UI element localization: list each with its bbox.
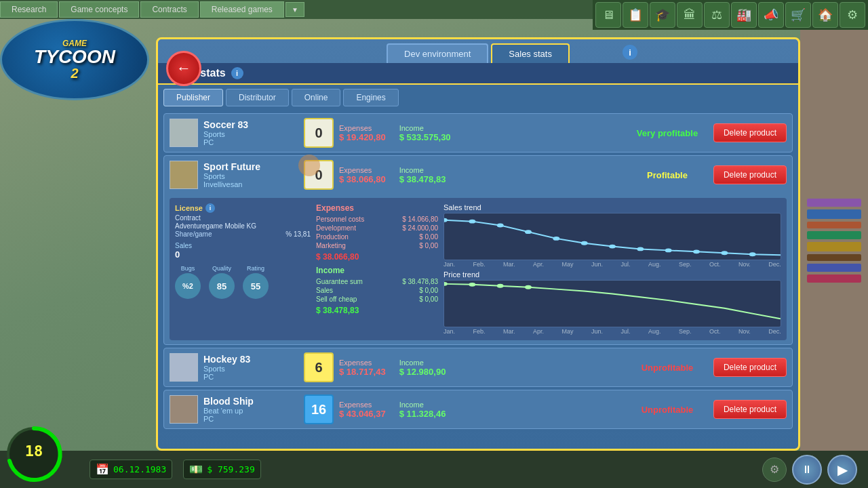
product-name-sportfuture: Sport Future xyxy=(203,161,298,172)
scale-icon[interactable]: ⚖ xyxy=(704,2,730,28)
product-finances-soccer83: Expenses $ 19.420,80 Income $ 533.575,30 xyxy=(339,124,621,142)
logo-area: GAME TYCOON 2 xyxy=(0,19,156,107)
pause-button[interactable]: ⏸ xyxy=(792,455,822,485)
progress-arc: 18 xyxy=(3,424,64,485)
monitor-icon[interactable]: 🖥 xyxy=(595,2,621,28)
bottom-controls: ⚙ ⏸ ▶ xyxy=(762,455,857,485)
sub-tabs: Publisher Distributor Online Engines xyxy=(158,85,798,110)
expenses-value-bloodship: $ 43.046,37 xyxy=(339,409,386,419)
detail-stats: Bugs % 2 Quality 85 Rating 55 xyxy=(175,265,311,300)
sales-label: Sales xyxy=(175,242,311,249)
quality-stat: Quality 85 xyxy=(209,265,235,300)
product-row-soccer83: Soccer 83 Sports PC 0 Expenses $ 19.420,… xyxy=(163,113,793,152)
document-icon[interactable]: 📋 xyxy=(623,2,648,28)
expenses-value-soccer83: $ 19.420,80 xyxy=(339,132,386,142)
date-display: 06.12.1983 xyxy=(113,464,166,474)
product-finances-sportfuture: Expenses $ 38.066,80 Income $ 38.478,83 xyxy=(339,166,621,184)
tab-sales-stats[interactable]: Sales stats xyxy=(491,43,570,63)
graduation-icon[interactable]: 🎓 xyxy=(650,2,675,28)
svg-point-2 xyxy=(497,224,504,228)
expenses-value-hockey83: $ 18.717,43 xyxy=(339,367,386,377)
sub-tab-online[interactable]: Online xyxy=(292,89,341,106)
back-button[interactable]: ← xyxy=(166,51,201,86)
product-genre-soccer83: Sports xyxy=(203,130,298,138)
logo-circle: GAME TYCOON 2 xyxy=(0,19,149,100)
product-platform-sportfuture: Invellivesan xyxy=(203,180,298,188)
delete-button-soccer83[interactable]: Delete product xyxy=(713,123,787,142)
sub-tab-distributor[interactable]: Distributor xyxy=(226,89,289,106)
sales-trend-title: Sales trend xyxy=(443,203,781,211)
gear-button[interactable]: ⚙ xyxy=(762,458,787,482)
svg-point-14 xyxy=(497,284,504,288)
product-thumb-sportfuture xyxy=(170,161,198,189)
product-name-hockey83: Hockey 83 xyxy=(203,354,298,365)
system-settings-icon[interactable]: ⚙ xyxy=(840,2,865,28)
product-thumb-hockey83 xyxy=(170,353,198,382)
logo-text: GAME TYCOON 2 xyxy=(34,39,115,80)
income-block: Income Guarantee sum $ 38.478,83 Sales $… xyxy=(316,266,438,315)
nav-tab-released-games[interactable]: Released games xyxy=(200,1,284,18)
svg-point-3 xyxy=(525,230,532,234)
expenses-label-bloodship: Expenses xyxy=(339,401,386,409)
profit-status-hockey83: Unprofitable xyxy=(627,363,708,373)
product-thumb-bloodship xyxy=(170,395,198,424)
panel-info-icon[interactable]: i xyxy=(231,67,243,79)
home-icon[interactable]: 🏠 xyxy=(812,2,838,28)
panel-tabs: Dev environment Sales stats xyxy=(158,39,798,63)
svg-point-11 xyxy=(749,252,756,256)
income-value-soccer83: $ 533.575,30 xyxy=(399,132,451,142)
factory-icon[interactable]: 🏭 xyxy=(731,2,757,28)
sub-tab-engines[interactable]: Engines xyxy=(343,89,398,106)
product-genre-sportfuture: Sports xyxy=(203,172,298,180)
income-label-soccer83: Income xyxy=(399,124,451,132)
nav-dropdown[interactable]: ▼ xyxy=(285,2,304,17)
panel-header: Sales stats i xyxy=(158,63,798,85)
megaphone-icon[interactable]: 📣 xyxy=(758,2,784,28)
product-finances-bloodship: Expenses $ 43.046,37 Income $ 11.328,46 xyxy=(339,401,621,419)
product-name-soccer83: Soccer 83 xyxy=(203,119,298,130)
cart-icon[interactable]: 🛒 xyxy=(785,2,811,28)
bank-icon[interactable]: 🏛 xyxy=(677,2,703,28)
money-icon: 💵 xyxy=(189,463,203,476)
product-thumb-soccer83 xyxy=(170,119,198,147)
sub-tab-publisher[interactable]: Publisher xyxy=(163,89,223,106)
income-label-hockey83: Income xyxy=(399,359,446,367)
income-title: Income xyxy=(316,266,438,275)
delete-button-hockey83[interactable]: Delete product xyxy=(713,358,787,377)
expenses-title: Expenses xyxy=(316,203,438,213)
money-display: 💵 $ 759.239 xyxy=(183,460,260,479)
next-button[interactable]: ▶ xyxy=(827,455,857,485)
nav-tab-contracts[interactable]: Contracts xyxy=(140,1,198,18)
clock-display: 📅 06.12.1983 xyxy=(90,460,172,479)
inc-row-sales: Sales $ 0,00 xyxy=(316,287,438,294)
product-platform-soccer83: PC xyxy=(203,138,298,146)
inc-row-guarantee: Guarantee sum $ 38.478,83 xyxy=(316,278,438,285)
sales-trend-chart xyxy=(443,213,781,260)
svg-point-9 xyxy=(693,249,700,253)
license-info-icon[interactable]: i xyxy=(205,203,215,213)
tab-dev-environment[interactable]: Dev environment xyxy=(387,43,488,63)
delete-button-bloodship[interactable]: Delete product xyxy=(713,400,787,419)
bugs-stat: Bugs % 2 xyxy=(175,265,201,300)
sales-chart-labels: Jan.Feb.Mar.Apr.MayJun. Jul.Aug.Sep.Oct.… xyxy=(443,261,781,268)
tooltip-info-icon[interactable]: i xyxy=(623,45,637,60)
nav-tab-research[interactable]: Research xyxy=(0,1,58,18)
exp-row-production: Production $ 0,00 xyxy=(316,233,438,241)
profit-status-soccer83: Very profitable xyxy=(627,128,708,138)
product-count-hockey83: 6 xyxy=(304,352,334,382)
income-label-sportfuture: Income xyxy=(399,166,446,174)
price-trend-title: Price trend xyxy=(443,270,781,279)
product-row-sportfuture: Sport Future Sports Invellivesan 0 Expen… xyxy=(163,155,793,345)
expanded-detail-sportfuture: License i Contract Adventuregame Mobile … xyxy=(170,198,787,340)
product-row-bloodship: Blood Ship Beat 'em up PC 16 Expenses $ … xyxy=(163,390,793,429)
calendar-icon: 📅 xyxy=(96,463,109,476)
main-panel: Dev environment Sales stats Sales stats … xyxy=(156,37,800,451)
delete-button-sportfuture[interactable]: Delete product xyxy=(713,165,787,184)
svg-point-1 xyxy=(469,220,475,224)
svg-point-4 xyxy=(553,237,559,241)
money-value: $ 759.239 xyxy=(207,464,254,474)
bottom-bar: 18 📅 06.12.1983 💵 $ 759.239 ⚙ ⏸ ▶ xyxy=(0,451,868,488)
share-row: Share/game % 13,81 xyxy=(175,230,311,238)
nav-tab-game-concepts[interactable]: Game concepts xyxy=(59,1,139,18)
svg-point-10 xyxy=(721,251,728,255)
